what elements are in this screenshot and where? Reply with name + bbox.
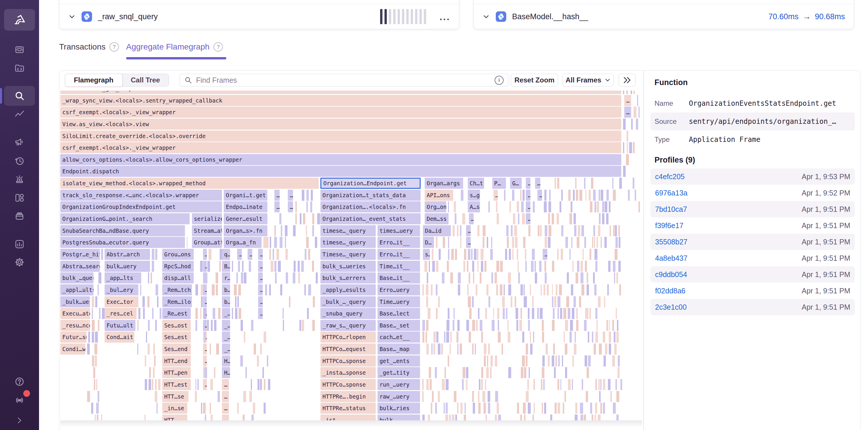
flame-frame[interactable]: bulk…: [377, 414, 420, 420]
flame-frame[interactable]: …: [237, 249, 242, 260]
flame-frame[interactable]: _in…se: [162, 403, 187, 414]
flame-frame[interactable]: SnubaSearchBa…ndBase.query: [60, 225, 185, 236]
flame-frame[interactable]: Abstra…search: [60, 261, 100, 272]
flame-frame[interactable]: …: [288, 201, 293, 212]
flame-frame[interactable]: csrf_exempt.<locals>._view_wrapper: [60, 142, 621, 153]
sidebar-item-stats[interactable]: [4, 235, 35, 253]
profile-id-link[interactable]: f39f6e17: [655, 221, 683, 230]
flame-frame[interactable]: q…: [222, 249, 230, 260]
flame-frame[interactable]: RpcS…hod: [162, 261, 194, 272]
flame-frame[interactable]: disp…all: [162, 272, 194, 283]
chevron-down-icon[interactable]: [68, 13, 76, 21]
profile-id-link[interactable]: 2c3e1c00: [655, 303, 686, 311]
flame-frame[interactable]: _resu…ncel: [60, 320, 90, 331]
flame-frame[interactable]: _snuba_query: [320, 308, 376, 319]
flame-frame[interactable]: Execu…ator: [60, 308, 90, 319]
profile-id-link[interactable]: 6976a13a: [655, 189, 687, 197]
flame-frame[interactable]: …: [203, 296, 207, 307]
flame-frame[interactable]: _get…tity: [377, 367, 420, 378]
flame-frame[interactable]: Erro…it__: [377, 237, 420, 248]
flame-frame[interactable]: HTT…se: [162, 391, 188, 402]
help-circle-icon[interactable]: ?: [214, 42, 223, 52]
sidebar-item-alerts[interactable]: [4, 170, 35, 188]
flame-frame[interactable]: …: [258, 296, 263, 307]
flame-frame[interactable]: serialize: [192, 213, 222, 224]
flame-frame[interactable]: Da…id: [423, 225, 451, 236]
flame-frame[interactable]: …: [258, 249, 263, 260]
flame-frame[interactable]: Ses…est: [162, 332, 191, 343]
flame-frame[interactable]: _Rem…ilo: [162, 296, 192, 307]
flame-frame[interactable]: …: [535, 178, 540, 189]
flame-frame[interactable]: …: [222, 414, 229, 420]
flame-frame[interactable]: …: [274, 201, 280, 212]
flame-frame[interactable]: …: [466, 225, 471, 236]
sidebar-item-replays[interactable]: [4, 152, 35, 171]
flame-frame[interactable]: _Re…est: [162, 308, 191, 319]
flame-frame[interactable]: csrf_exempt.<locals>._view_wrapper: [60, 106, 621, 118]
flame-frame[interactable]: Ch…t: [468, 178, 484, 189]
flame-frame[interactable]: Organi…t.get: [224, 190, 268, 201]
flame-frame[interactable]: …: [203, 261, 207, 272]
flame-frame[interactable]: Organization…t_stats_data: [320, 190, 421, 201]
flame-frame[interactable]: Timese…_query: [320, 249, 376, 260]
flame-frame[interactable]: _res…cel: [104, 308, 136, 319]
flame-frame[interactable]: …: [258, 272, 263, 283]
chevron-down-icon[interactable]: [482, 13, 490, 21]
flame-frame[interactable]: API…ons: [425, 190, 453, 201]
flame-frame[interactable]: …: [258, 308, 263, 319]
flame-frame[interactable]: …: [469, 213, 474, 224]
sidebar-item-issues[interactable]: [4, 40, 35, 59]
flame-frame[interactable]: …: [526, 190, 530, 201]
flame-frame[interactable]: _wrap_sync_view.<locals>.sentry_wrapped_…: [60, 95, 621, 106]
flame-frame[interactable]: _…: [222, 332, 230, 343]
flame-frame[interactable]: A…s: [468, 201, 480, 212]
flame-frame[interactable]: _bul…ery: [104, 284, 138, 296]
profile-id-link[interactable]: 35508b27: [655, 238, 687, 246]
flame-frame[interactable]: View.as_view.<locals>.view: [60, 119, 621, 130]
flame-frame[interactable]: HTTPCo…equest: [320, 343, 376, 355]
flame-frame[interactable]: SiloLimit.create_override.<locals>.overr…: [60, 130, 621, 142]
flame-frame[interactable]: Exec…tor: [104, 296, 138, 307]
flame-frame[interactable]: …: [526, 213, 530, 224]
flame-frame[interactable]: Ses…ost: [162, 320, 191, 331]
flame-frame[interactable]: D…: [423, 237, 434, 248]
flame-frame[interactable]: Base…lect: [377, 308, 420, 319]
sidebar-item-releases[interactable]: [4, 207, 35, 225]
flame-frame[interactable]: HTTPCo…sponse: [320, 356, 376, 367]
flame-frame[interactable]: HTTPCo…sponse: [320, 379, 376, 390]
flame-frame[interactable]: HTTPRe….begin: [320, 391, 376, 402]
flame-frame[interactable]: track_slo_response.<…unc.<locals>.wrappe…: [60, 190, 222, 201]
flame-frame[interactable]: …: [493, 190, 498, 201]
flame-frame[interactable]: Organ…s>.fn: [224, 225, 268, 236]
flame-frame[interactable]: bulk…uery: [104, 261, 150, 272]
aggregate-flamegraph-canvas[interactable]: BaseHandler…_get_response_wrap_sync_view…: [60, 91, 642, 420]
flame-frame[interactable]: …: [222, 379, 229, 390]
flame-frame[interactable]: b…: [222, 284, 230, 296]
sidebar-item-metrics[interactable]: [4, 105, 35, 124]
flame-frame[interactable]: isolate_view_method.<locals>.wrapped_met…: [60, 178, 319, 189]
flame-frame[interactable]: …: [624, 106, 631, 118]
flame-frame[interactable]: …: [466, 237, 471, 248]
flame-frame[interactable]: Time…uery: [377, 296, 420, 307]
flame-frame[interactable]: OrganizationG…point._search: [60, 213, 190, 224]
profile-id-link[interactable]: 7bd10ca7: [655, 205, 687, 214]
flame-frame[interactable]: Postgr…e_hits: [60, 249, 100, 260]
flame-frame[interactable]: bulk_s…ueries: [320, 261, 376, 272]
flame-frame[interactable]: …: [222, 403, 229, 414]
sidebar-item-whats-new[interactable]: [4, 390, 35, 409]
flame-frame[interactable]: …: [203, 284, 207, 296]
reset-zoom-button[interactable]: Reset Zoom: [511, 74, 558, 87]
flame-frame[interactable]: Time…it__: [377, 261, 420, 272]
flame-frame[interactable]: bulk…ries: [377, 403, 420, 414]
flame-frame[interactable]: raw_…uery: [377, 391, 420, 402]
flame-frame[interactable]: s…: [423, 249, 430, 260]
flame-frame[interactable]: …: [203, 379, 207, 390]
flame-frame[interactable]: …: [203, 343, 207, 355]
flame-frame[interactable]: Group…attrs: [192, 237, 222, 248]
flame-frame[interactable]: …: [288, 190, 293, 201]
flame-frame[interactable]: …: [542, 249, 547, 260]
flame-frame[interactable]: Organ…args: [425, 178, 463, 189]
flame-frame[interactable]: _appl…ults: [60, 284, 93, 296]
flame-frame[interactable]: Organization…_event_stats: [320, 213, 421, 224]
sidebar-item-expand[interactable]: [4, 411, 35, 430]
